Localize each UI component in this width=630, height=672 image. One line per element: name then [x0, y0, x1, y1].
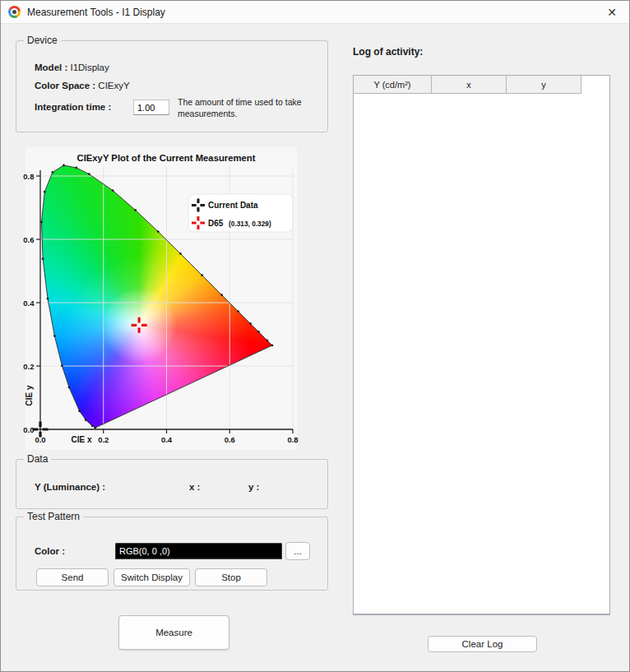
log-col-y[interactable]: y: [507, 76, 581, 94]
y-value-label: y :: [248, 482, 259, 492]
device-group-label: Device: [24, 35, 61, 47]
model-row: Model : I1Display: [35, 63, 109, 72]
cie-chart: 0.00.20.40.60.80.00.20.40.60.8CIE xCIE y…: [25, 147, 297, 450]
title-bar[interactable]: Measurement Tools - I1 Display ✕: [1, 1, 629, 24]
integration-label: Integration time :: [35, 102, 111, 112]
close-icon[interactable]: ✕: [600, 1, 624, 23]
log-activity-label: Log of activity:: [353, 46, 423, 58]
model-label: Model :: [35, 63, 67, 72]
svg-text:0.4: 0.4: [23, 299, 35, 308]
svg-text:0.2: 0.2: [98, 435, 109, 444]
log-col-x[interactable]: x: [432, 76, 507, 94]
app-icon: [8, 6, 21, 18]
clear-log-button[interactable]: Clear Log: [428, 636, 537, 652]
integration-hint: The amount of time used to take measurem…: [178, 97, 339, 119]
color-swatch[interactable]: RGB(0, 0 ,0): [115, 543, 282, 559]
test-pattern-group-label: Test Pattern: [24, 511, 83, 523]
chart-title: CIExyY Plot of the Current Measurement: [77, 153, 256, 163]
chart-ylabel: CIE y: [25, 385, 34, 406]
log-table-body[interactable]: [354, 94, 609, 614]
colorspace-label: Color Space :: [35, 81, 95, 90]
svg-text:0.6: 0.6: [23, 235, 34, 244]
svg-text:0.4: 0.4: [161, 435, 173, 444]
chart-legend: Current DataD65(0.313, 0.329): [188, 194, 293, 232]
app-window: Measurement Tools - I1 Display ✕ Device …: [0, 0, 630, 672]
log-table-header: Y (cd/m²) x y: [354, 76, 609, 94]
colorspace-row: Color Space : CIExyY: [35, 81, 130, 90]
color-label: Color :: [35, 546, 65, 556]
cie-chart-overlay: 0.00.20.40.60.80.00.20.40.60.8CIE xCIE y…: [25, 147, 297, 450]
svg-text:(0.313, 0.329): (0.313, 0.329): [229, 220, 271, 228]
svg-text:0.8: 0.8: [287, 435, 298, 444]
svg-text:D65: D65: [208, 219, 224, 228]
data-group-label: Data: [24, 453, 51, 466]
device-group: Device Model : I1Display Color Space : C…: [16, 40, 328, 132]
data-group: Data Y (Luminance) : x : y :: [16, 459, 328, 509]
integration-time-input[interactable]: [133, 100, 169, 115]
svg-text:0.6: 0.6: [225, 435, 235, 444]
chart-xlabel: CIE x: [71, 435, 91, 444]
log-col-luminance[interactable]: Y (cd/m²): [354, 76, 432, 94]
log-table[interactable]: Y (cd/m²) x y: [353, 75, 610, 615]
test-pattern-group: Test Pattern Color : RGB(0, 0 ,0) ... Se…: [16, 517, 328, 591]
svg-text:Current Data: Current Data: [208, 201, 258, 210]
model-value: I1Display: [70, 63, 109, 72]
svg-text:0.8: 0.8: [23, 172, 34, 181]
switch-display-button[interactable]: Switch Display: [113, 568, 190, 586]
stop-button[interactable]: Stop: [195, 568, 267, 586]
luminance-label: Y (Luminance) :: [35, 482, 105, 492]
x-value-label: x :: [189, 482, 200, 492]
d65-marker: [132, 317, 147, 333]
svg-text:0.2: 0.2: [23, 362, 34, 371]
window-title: Measurement Tools - I1 Display: [27, 7, 165, 18]
measure-button[interactable]: Measure: [118, 615, 229, 650]
integration-row: Integration time : The amount of time us…: [35, 102, 111, 112]
colorspace-value: CIExyY: [98, 81, 129, 90]
color-browse-button[interactable]: ...: [285, 542, 310, 560]
send-button[interactable]: Send: [36, 568, 109, 586]
